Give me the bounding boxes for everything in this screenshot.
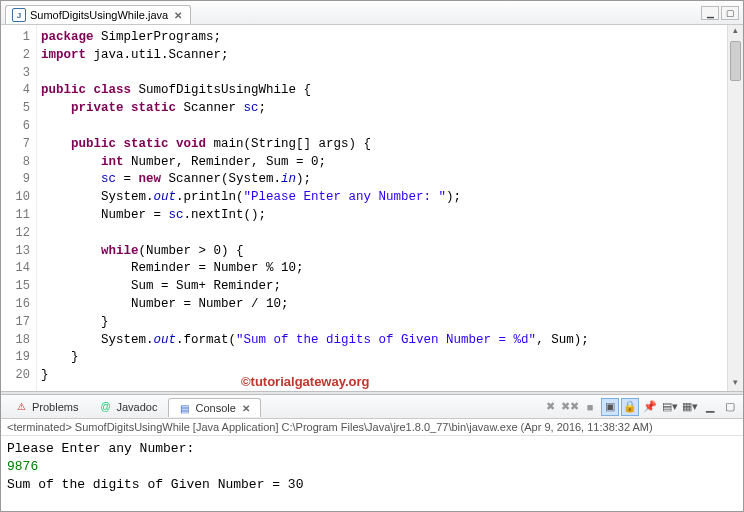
line-number: 8 <box>1 154 30 172</box>
console-line: Please Enter any Number: <box>7 440 737 458</box>
line-number: 19 <box>1 349 30 367</box>
line-number: 3 <box>1 65 30 83</box>
java-file-icon: J <box>12 8 26 22</box>
vertical-scrollbar[interactable]: ▴ ▾ <box>727 25 743 391</box>
line-number: 14 <box>1 260 30 278</box>
problems-icon: ⚠ <box>14 400 28 414</box>
line-number: 16 <box>1 296 30 314</box>
editor-tab-bar: J SumofDigitsUsingWhile.java ✕ ▁ ▢ <box>1 1 743 25</box>
scroll-up-icon[interactable]: ▴ <box>728 25 743 39</box>
line-number: 10 <box>1 189 30 207</box>
clear-console-button[interactable]: ▣ <box>601 398 619 416</box>
maximize-button[interactable]: ▢ <box>721 6 739 20</box>
editor-tab[interactable]: J SumofDigitsUsingWhile.java ✕ <box>5 5 191 24</box>
line-number: 13 <box>1 243 30 261</box>
line-number: 20 <box>1 367 30 385</box>
open-console-button[interactable]: ▦▾ <box>681 398 699 416</box>
tab-label: Console <box>195 402 235 414</box>
line-number: 7 <box>1 136 30 154</box>
scroll-lock-button[interactable]: 🔒 <box>621 398 639 416</box>
console-input-value: 9876 <box>7 458 737 476</box>
close-icon[interactable]: ✕ <box>240 403 252 414</box>
line-number: 2 <box>1 47 30 65</box>
javadoc-icon: @ <box>98 400 112 414</box>
console-icon: ▤ <box>177 401 191 415</box>
minimize-view-button[interactable]: ▁ <box>701 398 719 416</box>
line-number: 17 <box>1 314 30 332</box>
tab-console[interactable]: ▤ Console ✕ <box>168 398 260 417</box>
line-number: 6 <box>1 118 30 136</box>
tab-problems[interactable]: ⚠ Problems <box>5 397 87 417</box>
console-toolbar: ✖ ✖✖ ■ ▣ 🔒 📌 ▤▾ ▦▾ ▁ ▢ <box>541 398 739 416</box>
pin-console-button[interactable]: 📌 <box>641 398 659 416</box>
line-number: 18 <box>1 332 30 350</box>
code-area[interactable]: package SimplerPrograms; import java.uti… <box>37 25 727 391</box>
remove-all-button[interactable]: ✖✖ <box>561 398 579 416</box>
line-number: 9 <box>1 171 30 189</box>
window-buttons: ▁ ▢ <box>701 6 739 20</box>
maximize-view-button[interactable]: ▢ <box>721 398 739 416</box>
editor-tab-label: SumofDigitsUsingWhile.java <box>30 9 168 21</box>
console-output[interactable]: Please Enter any Number: 9876 Sum of the… <box>1 436 743 498</box>
line-number: 15 <box>1 278 30 296</box>
watermark-text: ©tutorialgateway.org <box>241 374 370 389</box>
line-number: 11 <box>1 207 30 225</box>
line-number: 5 <box>1 100 30 118</box>
line-number: 4 <box>1 82 30 100</box>
line-number: 12 <box>1 225 30 243</box>
tab-label: Javadoc <box>116 401 157 413</box>
scroll-thumb[interactable] <box>730 41 741 81</box>
terminated-status: <terminated> SumofDigitsUsingWhile [Java… <box>1 419 743 436</box>
line-number-gutter: 1 2 3 4 5 6 7 8 9 10 11 12 13 14 15 16 1… <box>1 25 37 391</box>
line-number: 1 <box>1 29 30 47</box>
bottom-tab-bar: ⚠ Problems @ Javadoc ▤ Console ✕ ✖ ✖✖ ■ … <box>1 395 743 419</box>
close-icon[interactable]: ✕ <box>172 10 184 21</box>
terminate-button[interactable]: ■ <box>581 398 599 416</box>
tab-javadoc[interactable]: @ Javadoc <box>89 397 166 417</box>
code-editor[interactable]: 1 2 3 4 5 6 7 8 9 10 11 12 13 14 15 16 1… <box>1 25 743 391</box>
scroll-down-icon[interactable]: ▾ <box>728 377 743 391</box>
minimize-button[interactable]: ▁ <box>701 6 719 20</box>
display-selected-button[interactable]: ▤▾ <box>661 398 679 416</box>
tab-label: Problems <box>32 401 78 413</box>
console-line: Sum of the digits of Given Number = 30 <box>7 476 737 494</box>
remove-launch-button[interactable]: ✖ <box>541 398 559 416</box>
